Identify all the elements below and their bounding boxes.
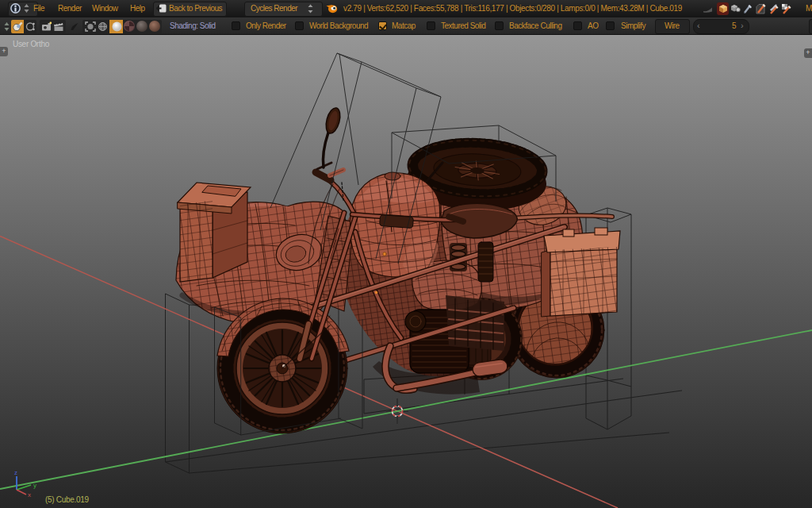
svg-text:y: y [33, 482, 36, 489]
svg-text:z: z [14, 469, 17, 476]
svg-text:x: x [28, 491, 31, 498]
